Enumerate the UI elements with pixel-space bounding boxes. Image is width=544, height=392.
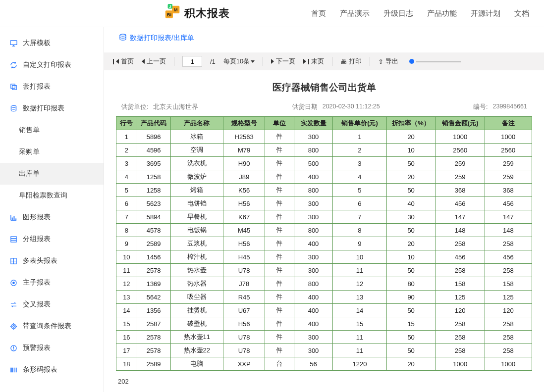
export-button[interactable]: ⇧ 导出: [378, 57, 398, 66]
sidebar-item[interactable]: 数据打印报表: [0, 98, 104, 119]
nav-links: 首页产品演示升级日志产品功能开源计划文档: [311, 9, 529, 18]
table-cell: 50: [386, 344, 435, 357]
table-cell: 电饼铛: [170, 197, 223, 210]
nav-link[interactable]: 升级日志: [383, 9, 413, 18]
table-cell: 烤箱: [170, 184, 223, 197]
sidebar-item[interactable]: 图形报表: [0, 206, 104, 228]
table-cell: 2589: [137, 357, 170, 371]
print-icon: 🖶: [340, 58, 347, 65]
table-cell: 4: [333, 170, 386, 184]
table-row: 121369热水器J78件8001280158158: [116, 277, 532, 291]
sidebar-item[interactable]: 带查询条件报表: [0, 315, 104, 337]
table-cell: 15: [116, 317, 137, 331]
nav-link[interactable]: 产品演示: [340, 9, 370, 18]
chart-icon: [9, 214, 18, 221]
sidebar-item-label: 采购单: [19, 147, 40, 156]
sidebar-item[interactable]: 预警报表: [0, 337, 104, 359]
nav-link[interactable]: 首页: [311, 9, 326, 18]
nav-link[interactable]: 开源计划: [471, 9, 500, 18]
table-cell: 2578: [137, 264, 170, 277]
table-cell: 10: [116, 250, 137, 264]
table-cell: 125: [435, 291, 485, 304]
table-cell: U78: [223, 264, 265, 277]
table-cell: 12: [333, 277, 386, 291]
logo-text: 积木报表: [184, 6, 230, 21]
table-cell: 件: [265, 264, 294, 277]
nav-link[interactable]: 文档: [514, 9, 529, 18]
table-row: 135642吸尘器R45件4001390125125: [116, 291, 532, 304]
table-cell: 7: [116, 210, 137, 224]
breadcrumb: 数据打印报表/出库单: [104, 27, 544, 49]
table-cell: 17: [116, 344, 137, 357]
svg-point-18: [12, 325, 14, 327]
sidebar-item-label: 自定义打印报表: [23, 60, 71, 69]
triangle-left-icon: [142, 59, 145, 64]
sidebar-item[interactable]: 出库单: [0, 163, 104, 185]
table-cell: 120: [485, 304, 532, 317]
table-cell: H56: [223, 317, 265, 331]
sidebar-item-label: 交叉报表: [23, 300, 51, 309]
report-meta: 供货单位:北京天山海世界 供货日期2020-02-30 11:12:25 编号:…: [104, 103, 544, 116]
table-cell: J78: [223, 277, 265, 291]
next-page-button[interactable]: 下一页: [271, 57, 295, 66]
table-cell: 18: [116, 357, 137, 371]
print-button[interactable]: 🖶 打印: [340, 57, 362, 66]
table-cell: 件: [265, 144, 294, 157]
table-cell: 300: [294, 130, 333, 144]
nav-link[interactable]: 产品功能: [427, 9, 457, 18]
sidebar-item[interactable]: 套打报表: [0, 76, 104, 98]
first-page-button[interactable]: 首页: [113, 57, 134, 66]
table-cell: 3695: [137, 157, 170, 170]
sidebar-item[interactable]: 销售单: [0, 119, 104, 141]
table-cell: 6: [333, 197, 386, 210]
zoom-slider[interactable]: [409, 59, 461, 64]
table-cell: 热水器: [170, 277, 223, 291]
sidebar-item[interactable]: 大屏模板: [0, 32, 104, 54]
per-page-select[interactable]: 每页10条: [223, 57, 255, 66]
table-cell: 400: [294, 304, 333, 317]
sidebar-item[interactable]: 主子报表: [0, 272, 104, 294]
table-cell: 1258: [137, 184, 170, 197]
svg-point-9: [11, 105, 16, 107]
table-cell: 456: [435, 197, 485, 210]
table-cell: 冰箱: [170, 130, 223, 144]
table-cell: H90: [223, 157, 265, 170]
table-cell: 90: [386, 291, 435, 304]
logo[interactable]: BIMJ 积木报表: [163, 4, 230, 23]
table-cell: 1258: [137, 170, 170, 184]
svg-text:J: J: [169, 4, 171, 9]
svg-rect-13: [10, 236, 16, 242]
sidebar-item[interactable]: 自定义打印报表: [0, 54, 104, 76]
table-cell: 16: [116, 331, 137, 344]
table-cell: 5642: [137, 291, 170, 304]
table-cell: 1456: [137, 250, 170, 264]
page-input[interactable]: [182, 56, 202, 67]
sidebar-item[interactable]: 分组报表: [0, 228, 104, 250]
table-cell: 11: [333, 344, 386, 357]
report-title: 医疗器械销售公司出货单: [104, 70, 544, 103]
sidebar-item[interactable]: 多表头报表: [0, 250, 104, 272]
table-cell: 6: [116, 197, 137, 210]
table-cell: K67: [223, 210, 265, 224]
table-cell: 1356: [137, 304, 170, 317]
table-cell: 4578: [137, 224, 170, 237]
triangle-right-icon: [303, 59, 306, 64]
table-cell: 台: [265, 357, 294, 371]
table-cell: 259: [485, 157, 532, 170]
last-page-button[interactable]: 末页: [303, 57, 324, 66]
sidebar-item[interactable]: 阜阳检票数查询: [0, 185, 104, 206]
table-cell: 40: [386, 197, 435, 210]
sidebar-item[interactable]: 采购单: [0, 141, 104, 163]
sidebar-item[interactable]: 交叉报表: [0, 294, 104, 315]
table-cell: 56: [294, 357, 333, 371]
sidebar-item[interactable]: 条形码报表: [0, 359, 104, 381]
table-cell: 1000: [435, 130, 485, 144]
table-cell: 挂烫机: [170, 304, 223, 317]
prev-page-button[interactable]: 上一页: [142, 57, 166, 66]
table-body: 15896冰箱H2563件3001201000100024596空调M79件80…: [116, 130, 532, 371]
table-cell: 400: [294, 170, 333, 184]
table-cell: 5894: [137, 210, 170, 224]
db-icon: [9, 105, 18, 112]
table-cell: H2563: [223, 130, 265, 144]
table-cell: 300: [294, 331, 333, 344]
